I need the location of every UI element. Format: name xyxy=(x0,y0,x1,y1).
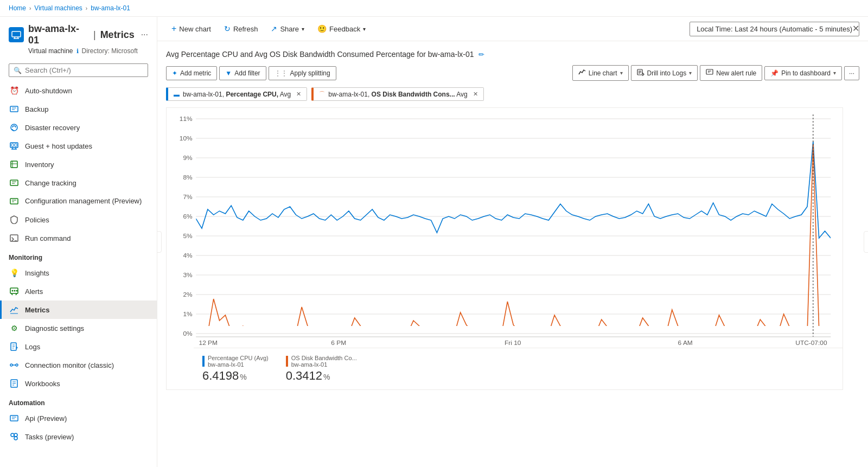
svg-point-42 xyxy=(14,437,17,440)
svg-point-24 xyxy=(16,290,18,292)
add-metric-button[interactable]: ✦ Add metric xyxy=(166,66,217,80)
sidebar-item-diagnostic-settings[interactable]: ⚙ Diagnostic settings xyxy=(0,319,157,337)
svg-point-41 xyxy=(11,433,14,437)
content-area: ✕ ‹ + New chart ↻ Refresh ↗ Share ▾ xyxy=(157,17,868,467)
chart-title: Avg Percentage CPU and Avg OS Disk Bandw… xyxy=(166,50,474,59)
search-wrapper[interactable]: 🔍 xyxy=(9,63,148,77)
vm-subtitle: Virtual machine ℹ Directory: Microsoft xyxy=(9,47,148,55)
legend-color-disk xyxy=(286,356,288,367)
legend-sublabel-cpu: bw-ama-lx-01 xyxy=(208,361,269,368)
new-chart-button[interactable]: + New chart xyxy=(166,21,216,36)
disk-pill-remove[interactable]: ✕ xyxy=(473,91,478,98)
sidebar-item-inventory[interactable]: Inventory xyxy=(0,155,157,174)
line-chart-button[interactable]: Line chart ▾ xyxy=(572,65,629,81)
page-title-separator: | xyxy=(93,29,96,41)
guest-host-icon xyxy=(9,140,20,151)
svg-text:6 PM: 6 PM xyxy=(331,340,346,346)
vm-more-button[interactable]: ··· xyxy=(141,30,148,40)
svg-text:12 PM: 12 PM xyxy=(199,340,218,346)
sidebar-item-auto-shutdown[interactable]: ⏰ Auto-shutdown xyxy=(0,81,157,100)
svg-rect-12 xyxy=(11,161,17,168)
sidebar-item-connection-monitor[interactable]: Connection monitor (classic) xyxy=(0,356,157,374)
feedback-dropdown-icon: ▾ xyxy=(363,26,366,32)
time-selector-button[interactable]: Local Time: Last 24 hours (Automatic - 5… xyxy=(690,22,859,36)
drill-logs-dropdown-icon: ▾ xyxy=(689,70,692,76)
svg-point-23 xyxy=(14,290,16,292)
refresh-button[interactable]: ↻ Refresh xyxy=(219,22,264,36)
sidebar-item-guest-host[interactable]: Guest + host updates xyxy=(0,137,157,155)
add-metric-icon: ✦ xyxy=(172,69,177,77)
metric-pill-cpu: ▬ bw-ama-lx-01, Percentage CPU, Avg ✕ xyxy=(166,87,307,101)
svg-text:2%: 2% xyxy=(183,291,192,298)
search-icon: 🔍 xyxy=(14,67,22,74)
page-title: Metrics xyxy=(100,29,135,41)
chart-container: Avg Percentage CPU and Avg OS Disk Bandw… xyxy=(157,41,868,467)
metric-pills: ▬ bw-ama-lx-01, Percentage CPU, Avg ✕ ⌒ … xyxy=(166,87,859,101)
close-button[interactable]: ✕ xyxy=(848,21,864,36)
vm-title-row: bw-ama-lx-01 | Metrics ··· xyxy=(9,23,148,46)
cpu-legend-unit: % xyxy=(240,373,246,381)
workbooks-icon xyxy=(9,378,20,389)
sidebar-item-alerts[interactable]: Alerts xyxy=(0,282,157,300)
disk-legend-unit: % xyxy=(323,373,330,381)
svg-text:6%: 6% xyxy=(183,213,192,220)
toolbar: + New chart ↻ Refresh ↗ Share ▾ 🙂 Feedba… xyxy=(157,17,868,41)
change-tracking-icon xyxy=(9,177,20,188)
breadcrumb-vm[interactable]: bw-ama-lx-01 xyxy=(91,4,130,12)
sidebar-item-logs[interactable]: Logs xyxy=(0,337,157,356)
backup-icon xyxy=(9,104,20,114)
chart-title-row: Avg Percentage CPU and Avg OS Disk Bandw… xyxy=(166,50,859,59)
connection-monitor-icon xyxy=(9,360,20,370)
disk-pill-icon: ⌒ xyxy=(319,90,325,98)
right-collapse-button[interactable]: › xyxy=(864,231,868,253)
breadcrumb-home[interactable]: Home xyxy=(9,4,26,12)
diagnostic-icon: ⚙ xyxy=(9,323,20,334)
new-alert-rule-button[interactable]: New alert rule xyxy=(700,65,762,81)
sidebar-collapse-button[interactable]: ‹ xyxy=(157,231,162,253)
info-icon[interactable]: ℹ xyxy=(76,48,79,55)
chart-legend: Percentage CPU (Avg) bw-ama-lx-01 6.4198… xyxy=(194,348,843,389)
cpu-pill-icon: ▬ xyxy=(174,91,180,98)
sidebar-nav: ⏰ Auto-shutdown Backup Disaster recovery xyxy=(0,81,157,467)
share-button[interactable]: ↗ Share ▾ xyxy=(265,22,310,36)
sidebar-item-insights[interactable]: 💡 Insights xyxy=(0,264,157,282)
search-input[interactable] xyxy=(25,66,143,74)
api-icon xyxy=(9,413,20,424)
sidebar-item-run-command[interactable]: Run command xyxy=(0,229,157,247)
feedback-button[interactable]: 🙂 Feedback ▾ xyxy=(312,22,371,36)
pin-dashboard-button[interactable]: 📌 Pin to dashboard ▾ xyxy=(764,66,842,80)
sidebar-item-change-tracking[interactable]: Change tracking xyxy=(0,174,157,192)
breadcrumb-vms[interactable]: Virtual machines xyxy=(34,4,82,12)
svg-rect-16 xyxy=(10,199,18,204)
sidebar-item-tasks-preview[interactable]: Tasks (preview) xyxy=(0,427,157,446)
legend-sublabel-disk: bw-ama-lx-01 xyxy=(291,361,357,368)
pin-icon: 📌 xyxy=(770,69,778,77)
svg-text:5%: 5% xyxy=(183,233,192,239)
sidebar-item-disaster-recovery[interactable]: Disaster recovery xyxy=(0,118,157,137)
chart-wrapper: 11% 10% 9% 8% 7% 6% 5% 4% 3% 2% 1% 0% xyxy=(166,107,843,390)
cpu-pill-remove[interactable]: ✕ xyxy=(296,91,301,98)
automation-section-header: Automation xyxy=(0,393,157,409)
sidebar-item-policies[interactable]: Policies xyxy=(0,210,157,229)
refresh-icon: ↻ xyxy=(224,24,231,33)
chart-edit-icon[interactable]: ✏ xyxy=(478,50,484,59)
disk-legend-value: 0.3412 xyxy=(286,369,322,383)
vm-icon xyxy=(9,27,24,42)
apply-splitting-button[interactable]: ⋮⋮ Apply splitting xyxy=(269,66,336,80)
add-filter-button[interactable]: ▼ Add filter xyxy=(219,66,266,80)
sidebar-item-config-management[interactable]: Configuration management (Preview) xyxy=(0,192,157,210)
share-icon: ↗ xyxy=(271,24,277,33)
drill-logs-button[interactable]: Drill into Logs ▾ xyxy=(631,65,698,81)
chart-more-button[interactable]: ··· xyxy=(844,66,859,80)
svg-point-22 xyxy=(12,290,14,292)
disaster-recovery-icon xyxy=(9,122,20,133)
sidebar-item-api-preview[interactable]: Api (Preview) xyxy=(0,409,157,427)
alerts-icon xyxy=(9,286,20,297)
pin-dropdown-icon: ▾ xyxy=(833,70,836,76)
cpu-legend-value: 6.4198 xyxy=(202,369,239,383)
sidebar-item-workbooks[interactable]: Workbooks xyxy=(0,374,157,393)
legend-item-cpu: Percentage CPU (Avg) bw-ama-lx-01 6.4198… xyxy=(202,355,269,383)
sidebar-item-backup[interactable]: Backup xyxy=(0,100,157,118)
search-container: 🔍 xyxy=(0,59,157,81)
sidebar-item-metrics[interactable]: Metrics xyxy=(0,300,157,319)
